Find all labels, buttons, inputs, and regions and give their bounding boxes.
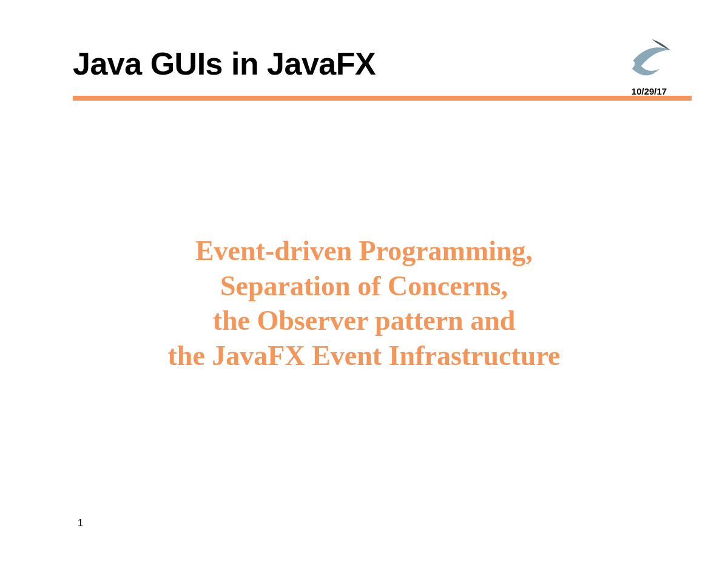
slide-header: Java GUIs in JavaFX (73, 45, 692, 82)
subtitle-line-1: Event-driven Programming, (0, 233, 728, 269)
logo-block: 10/29/17 (619, 36, 679, 96)
subtitle-line-3: the Observer pattern and (0, 303, 728, 338)
slide: Java GUIs in JavaFX 10/29/17 Event-drive… (0, 0, 728, 562)
slide-date: 10/29/17 (619, 86, 679, 96)
subtitle-line-2: Separation of Concerns, (0, 269, 728, 304)
subtitle-line-4: the JavaFX Event Infrastructure (0, 338, 728, 373)
page-number: 1 (78, 518, 83, 529)
slide-title: Java GUIs in JavaFX (73, 45, 692, 82)
header-divider (73, 96, 692, 101)
subtitle-block: Event-driven Programming, Separation of … (0, 233, 728, 373)
swoosh-logo-icon (622, 36, 676, 85)
